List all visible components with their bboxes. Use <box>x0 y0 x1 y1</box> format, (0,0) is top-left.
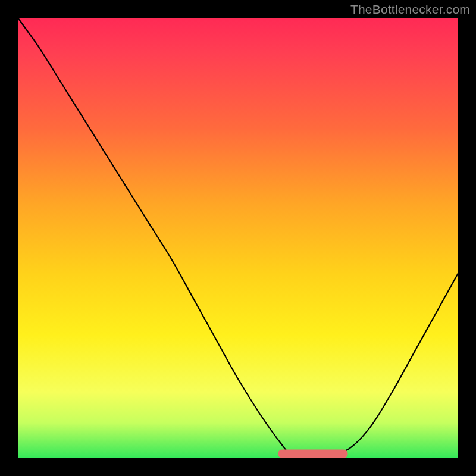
plot-area <box>18 18 458 458</box>
watermark-text: TheBottlenecker.com <box>350 2 470 17</box>
chart-frame: TheBottlenecker.com <box>0 0 476 476</box>
chart-svg <box>18 18 458 458</box>
bottleneck-curve <box>18 18 458 455</box>
